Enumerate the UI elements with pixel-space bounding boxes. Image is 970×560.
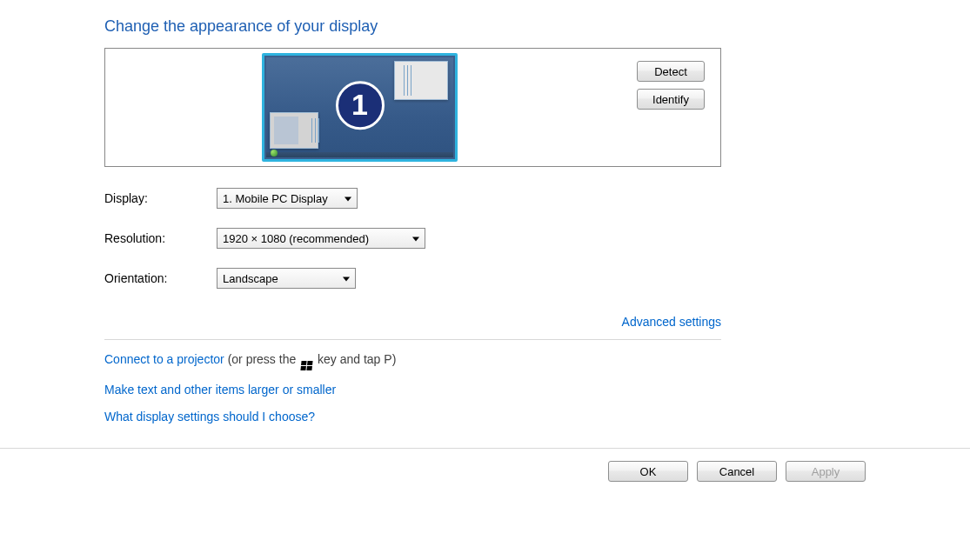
monitor-preview[interactable]: 1: [262, 53, 458, 162]
preview-window-icon: [270, 112, 318, 149]
apply-button: Apply: [786, 461, 866, 482]
orientation-label: Orientation:: [104, 271, 217, 285]
page-title: Change the appearance of your display: [104, 17, 866, 36]
advanced-settings-link[interactable]: Advanced settings: [622, 315, 721, 329]
divider: [104, 339, 721, 340]
display-preview-area: 1 Detect Identify: [104, 48, 721, 167]
cancel-button[interactable]: Cancel: [697, 461, 777, 482]
help-link[interactable]: What display settings should I choose?: [104, 410, 315, 423]
windows-key-icon: [301, 361, 313, 370]
ok-button[interactable]: OK: [608, 461, 688, 482]
detect-button[interactable]: Detect: [637, 61, 705, 82]
display-select[interactable]: 1. Mobile PC Display: [217, 188, 358, 209]
dialog-footer: OK Cancel Apply: [0, 448, 970, 482]
monitor-number-badge: 1: [336, 81, 385, 130]
orientation-select[interactable]: Landscape: [217, 268, 356, 289]
preview-window-icon: [394, 61, 448, 100]
connect-projector-link[interactable]: Connect to a projector: [104, 352, 224, 366]
start-orb-icon: [271, 150, 278, 157]
projector-hint-text-2: key and tap P): [314, 352, 396, 366]
resolution-select[interactable]: 1920 × 1080 (recommended): [217, 228, 425, 249]
resolution-label: Resolution:: [104, 231, 217, 245]
projector-hint-text: (or press the: [224, 352, 299, 366]
display-label: Display:: [104, 191, 217, 205]
preview-taskbar-icon: [266, 152, 453, 157]
text-size-link[interactable]: Make text and other items larger or smal…: [104, 383, 336, 397]
identify-button[interactable]: Identify: [637, 89, 705, 110]
